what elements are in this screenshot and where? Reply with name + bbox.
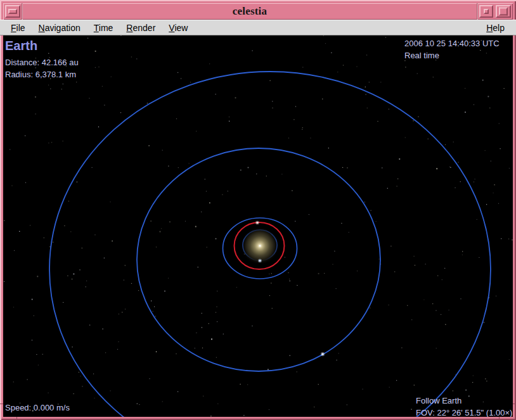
- menu-time[interactable]: Time: [93, 22, 114, 34]
- star: [162, 150, 163, 150]
- star: [67, 276, 68, 276]
- star: [331, 53, 332, 53]
- star: [318, 273, 319, 274]
- titlebar[interactable]: celestia: [3, 3, 513, 20]
- iconify-button[interactable]: [5, 5, 20, 18]
- star: [347, 167, 347, 168]
- star: [335, 288, 336, 289]
- star: [156, 246, 157, 247]
- star: [105, 352, 106, 353]
- star: [247, 167, 248, 168]
- star: [168, 165, 169, 166]
- star: [290, 355, 290, 356]
- speed-info: Speed: 0.000 m/s: [5, 402, 70, 414]
- star: [161, 228, 162, 229]
- star: [124, 279, 124, 280]
- frame-notch: [513, 404, 516, 404]
- star: [27, 379, 27, 379]
- star: [491, 161, 491, 162]
- star: [95, 67, 96, 68]
- selection-info: Earth Distance: 42.166 au Radius: 6,378.…: [5, 38, 79, 80]
- planet-dot-jupiter[interactable]: [321, 353, 324, 355]
- star: [486, 204, 487, 205]
- star: [217, 321, 217, 322]
- star: [195, 348, 195, 348]
- star: [378, 258, 379, 259]
- star: [448, 310, 449, 310]
- menu-file[interactable]: File: [10, 22, 26, 34]
- star: [118, 341, 119, 342]
- menu-view[interactable]: View: [168, 22, 188, 34]
- star: [433, 77, 434, 77]
- star: [397, 179, 398, 179]
- star: [190, 82, 191, 82]
- maximize-button[interactable]: [496, 5, 511, 18]
- star: [477, 219, 477, 220]
- star: [501, 238, 501, 239]
- star: [508, 238, 509, 239]
- small-square-icon: [484, 9, 489, 14]
- planet-dot-earth[interactable]: [256, 222, 258, 224]
- star: [390, 246, 391, 246]
- star: [444, 268, 445, 269]
- star: [32, 340, 32, 340]
- star: [486, 381, 487, 381]
- star: [48, 143, 49, 143]
- star: [500, 148, 500, 149]
- star: [211, 338, 212, 340]
- star: [137, 404, 138, 404]
- stick-button[interactable]: [479, 5, 493, 18]
- star: [61, 89, 62, 89]
- star: [494, 184, 494, 185]
- star: [178, 167, 179, 168]
- star: [365, 87, 366, 87]
- star: [159, 231, 160, 232]
- star: [332, 264, 333, 265]
- star: [177, 72, 178, 73]
- star: [450, 167, 451, 168]
- star: [240, 169, 242, 170]
- scene-canvas: [3, 35, 513, 417]
- planet-dot-venus[interactable]: [259, 260, 261, 262]
- frame-notch: [16, 417, 17, 420]
- sun-core[interactable]: [259, 245, 261, 247]
- star: [138, 290, 139, 291]
- star: [37, 276, 38, 277]
- star: [405, 137, 406, 137]
- star: [240, 384, 240, 385]
- star: [122, 312, 122, 312]
- star: [465, 88, 465, 89]
- menu-help[interactable]: Help: [486, 22, 505, 34]
- star: [266, 175, 267, 176]
- star: [30, 225, 30, 226]
- star: [209, 323, 209, 324]
- star: [411, 409, 411, 409]
- star: [72, 279, 73, 280]
- star: [139, 404, 139, 405]
- star: [73, 393, 74, 394]
- star: [53, 242, 53, 243]
- star: [399, 158, 400, 160]
- star: [210, 416, 211, 416]
- space-viewport[interactable]: Earth Distance: 42.166 au Radius: 6,378.…: [3, 35, 513, 417]
- star: [487, 96, 489, 97]
- star: [48, 85, 49, 86]
- star: [117, 349, 118, 350]
- star: [198, 267, 198, 267]
- star: [342, 167, 343, 168]
- menu-navigation[interactable]: Navigation: [38, 22, 81, 34]
- menu-render[interactable]: Render: [126, 22, 156, 34]
- selection-distance: Distance: 42.166 au: [5, 56, 79, 68]
- star: [389, 109, 389, 110]
- star: [370, 210, 371, 211]
- star: [89, 324, 90, 325]
- star: [449, 167, 450, 167]
- star: [310, 137, 311, 138]
- star: [119, 314, 119, 314]
- star: [51, 142, 52, 143]
- star: [365, 94, 366, 94]
- star: [465, 390, 466, 390]
- star: [176, 353, 176, 354]
- star: [479, 257, 479, 258]
- time-info: 2006 10 25 14:40:33 UTC Real time: [404, 37, 500, 61]
